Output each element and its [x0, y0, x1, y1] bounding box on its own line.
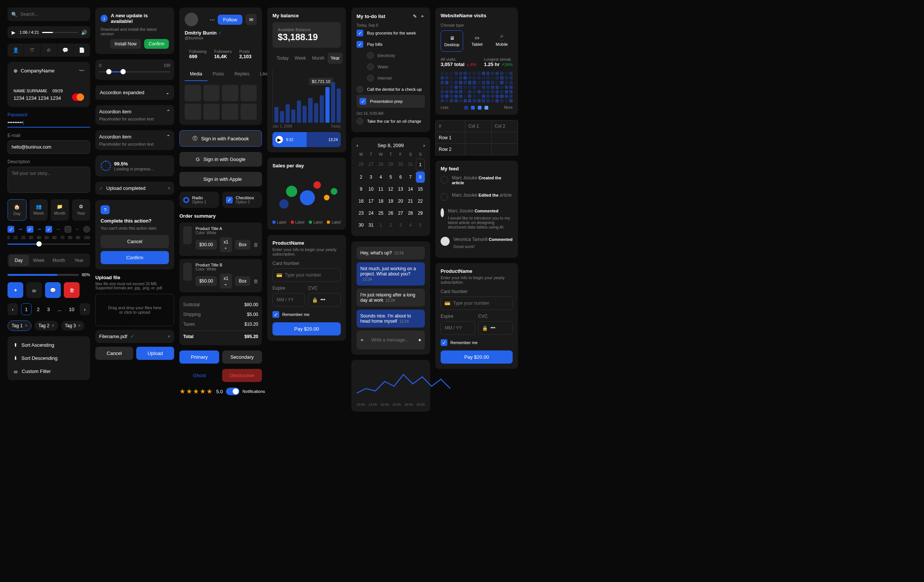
- seg-day[interactable]: Day: [8, 255, 29, 266]
- seg-today[interactable]: Today: [274, 53, 292, 64]
- player-progress[interactable]: [42, 32, 78, 33]
- mail-icon[interactable]: ✉: [246, 14, 257, 25]
- cal-prev[interactable]: ‹: [356, 143, 358, 148]
- page-3[interactable]: 3: [45, 307, 52, 312]
- radio-option[interactable]: RadioOption 1: [180, 192, 219, 208]
- card-input[interactable]: [441, 297, 513, 310]
- trash-icon[interactable]: 🗑: [253, 242, 258, 248]
- accordion-item-2[interactable]: Accordion item⌃ Placeholder for accordio…: [95, 130, 174, 150]
- checkbox-option[interactable]: ✓ CheckboxOption 2: [222, 192, 262, 208]
- todo-check[interactable]: ✓: [356, 30, 363, 36]
- seg-month[interactable]: Month: [309, 53, 328, 64]
- cancel-button[interactable]: Cancel: [101, 235, 169, 248]
- upload-dropzone[interactable]: Drag and drop your files hereor click to…: [95, 294, 174, 326]
- close-icon[interactable]: ×: [167, 185, 170, 191]
- custom-filter[interactable]: ⚌Custom Filter: [10, 365, 88, 378]
- tab-month[interactable]: 📁Month: [51, 199, 69, 221]
- tab-day[interactable]: 🏠Day: [8, 199, 26, 221]
- device-tablet[interactable]: ▭Tablet: [466, 30, 488, 52]
- upload-cancel[interactable]: Cancel: [95, 347, 133, 360]
- device-desktop[interactable]: 🖥Desktop: [441, 30, 463, 52]
- search-input[interactable]: [20, 12, 86, 17]
- page-10[interactable]: 10: [67, 307, 77, 312]
- next-page[interactable]: ›: [79, 303, 90, 315]
- confirm-button[interactable]: Confirm: [144, 39, 169, 49]
- accordion-expanded[interactable]: Accordion expanded⌄: [95, 85, 174, 100]
- secondary-button[interactable]: Secondary: [222, 351, 262, 364]
- checkbox-4[interactable]: [64, 226, 71, 232]
- remember-checkbox[interactable]: ✓: [441, 339, 447, 346]
- seg-week[interactable]: Week: [292, 53, 309, 64]
- tab-media[interactable]: Media: [185, 68, 208, 81]
- remember-checkbox[interactable]: ✓: [272, 311, 279, 318]
- message-button[interactable]: 💬: [45, 282, 61, 298]
- prev-page[interactable]: ‹: [8, 303, 18, 315]
- expire-input[interactable]: [441, 321, 475, 335]
- seg-year[interactable]: Year: [328, 53, 343, 64]
- cal-next[interactable]: ›: [423, 143, 425, 148]
- edit-icon[interactable]: ✎: [413, 13, 417, 19]
- trash-icon[interactable]: 🗑: [253, 279, 258, 284]
- play-icon[interactable]: ▶: [10, 29, 16, 35]
- primary-button[interactable]: Primary: [180, 351, 219, 364]
- file-icon[interactable]: 📄: [74, 43, 90, 57]
- seg-year[interactable]: Year: [69, 255, 89, 266]
- signin-facebook[interactable]: ⓕSign in with Facebook: [180, 130, 262, 147]
- delete-button[interactable]: 🗑: [64, 282, 79, 298]
- install-button[interactable]: Install Now: [110, 39, 141, 49]
- tag-1[interactable]: Tag 1×: [8, 320, 31, 331]
- seg-month[interactable]: Month: [49, 255, 69, 266]
- tag-3[interactable]: Tag 3×: [61, 321, 84, 331]
- star-icon[interactable]: ☆: [41, 43, 57, 57]
- close-icon[interactable]: ×: [25, 323, 27, 328]
- checkbox-2[interactable]: ✓: [26, 226, 33, 232]
- upload-submit[interactable]: Upload: [136, 347, 174, 360]
- checkbox-3[interactable]: ✓: [45, 226, 52, 232]
- confirm-button[interactable]: Confirm: [101, 251, 169, 264]
- description-input[interactable]: [8, 167, 90, 193]
- expire-input[interactable]: [272, 293, 305, 307]
- add-icon[interactable]: ＋: [420, 13, 425, 20]
- tab-replies[interactable]: Replies: [229, 68, 255, 81]
- play-icon[interactable]: ▶: [276, 136, 283, 143]
- email-input[interactable]: [8, 140, 90, 154]
- accordion-item[interactable]: Accordion item⌃ Placeholder for accordio…: [95, 105, 174, 125]
- sort-desc[interactable]: ⬇Sort Descending: [10, 351, 88, 365]
- checkbox-1[interactable]: ✓: [8, 226, 14, 232]
- user-icon[interactable]: 👤: [8, 43, 24, 57]
- sparkle-icon[interactable]: ✦: [418, 337, 422, 343]
- search-box[interactable]: 🔍: [8, 8, 90, 21]
- filter-button[interactable]: ⚌: [26, 282, 42, 298]
- close-icon[interactable]: ×: [52, 323, 54, 328]
- media-thumb[interactable]: [185, 85, 201, 101]
- device-mobile[interactable]: 📱Mobile: [491, 30, 513, 52]
- page-1[interactable]: 1: [21, 303, 31, 315]
- destructive-button[interactable]: Destructive: [222, 369, 262, 382]
- chat-icon[interactable]: 💬: [58, 43, 74, 57]
- audio-wave[interactable]: ▶ 9:32 13:24: [272, 132, 341, 147]
- tab-year[interactable]: ⚙Year: [72, 199, 91, 221]
- sort-asc[interactable]: ⬆Sort Ascending: [10, 338, 88, 351]
- card-input[interactable]: [272, 268, 341, 282]
- tag-2[interactable]: Tag 2×: [35, 321, 58, 331]
- signin-google[interactable]: GSign in with Google: [180, 152, 262, 167]
- tab-posts[interactable]: Posts: [208, 68, 229, 81]
- seg-week[interactable]: Week: [29, 255, 49, 266]
- sparkle-button[interactable]: ✦: [8, 282, 23, 298]
- notifications-toggle[interactable]: [226, 387, 239, 395]
- signin-apple[interactable]: Sign in with Apple: [180, 172, 262, 186]
- page-2[interactable]: 2: [35, 307, 42, 312]
- heart-icon[interactable]: ♡: [24, 43, 41, 57]
- pay-button[interactable]: Pay $20.00: [441, 351, 513, 364]
- slider[interactable]: [8, 244, 90, 245]
- pay-button[interactable]: Pay $20.00: [272, 322, 341, 335]
- close-icon[interactable]: ×: [78, 323, 81, 328]
- checkbox-5[interactable]: [83, 226, 90, 232]
- follow-button[interactable]: Follow: [218, 15, 243, 25]
- message-input[interactable]: [368, 334, 415, 346]
- password-input[interactable]: •••••••••|: [8, 120, 90, 128]
- volume-icon[interactable]: 🔊: [81, 29, 87, 35]
- star-rating[interactable]: ★★★★★: [180, 387, 213, 396]
- qty-select[interactable]: x1 ⌄: [220, 237, 232, 252]
- tab-week[interactable]: 👥Week: [30, 199, 48, 221]
